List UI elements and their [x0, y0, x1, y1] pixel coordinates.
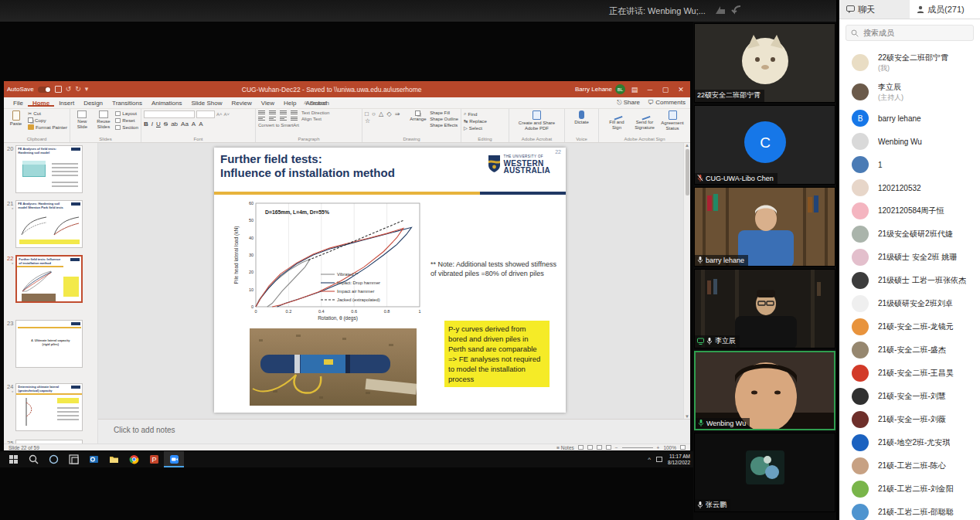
shape-effects-button[interactable]: Shape Effects: [430, 123, 458, 127]
reset-button[interactable]: Reset: [115, 117, 138, 123]
minimize-button[interactable]: ─: [644, 86, 656, 93]
paragraph-icons-row1[interactable]: Text Direction: [258, 110, 359, 115]
font-color-icon[interactable]: A: [192, 121, 196, 127]
shape-fill-button[interactable]: Shape Fill: [430, 110, 458, 115]
member-row[interactable]: 21硕-安全二班-龙镜元: [839, 315, 980, 338]
video-tile-2[interactable]: CCUG-UWA-Libo Chen: [694, 105, 835, 185]
zoom-out-icon[interactable]: −: [615, 445, 618, 450]
member-row[interactable]: 21级硕研安全2班刘卓: [839, 292, 980, 315]
ppt-tab-animations[interactable]: Animations: [147, 100, 187, 107]
video-tile-1[interactable]: 22硕安全二班邵宁霄: [694, 23, 835, 103]
chrome-icon[interactable]: [124, 451, 144, 467]
video-tile-6[interactable]: 张云鹏: [694, 433, 835, 512]
strikethrough-icon[interactable]: S: [164, 121, 168, 127]
ppt-tab-insert[interactable]: Insert: [54, 100, 79, 107]
member-row[interactable]: Bbarry lehane: [839, 107, 980, 130]
account-area[interactable]: Barry Lehane BL ▤ ─ ▢ ✕: [575, 84, 687, 94]
cortana-icon[interactable]: [43, 451, 63, 467]
align-text-button[interactable]: Align Text: [301, 117, 322, 121]
member-row[interactable]: 21级硕士 安全2班 姚珊: [839, 246, 980, 269]
slide-thumbnail-25[interactable]: [15, 440, 83, 444]
paste-button[interactable]: Paste: [6, 110, 26, 137]
member-row[interactable]: 21硕-工岩二班-刘金阳: [839, 478, 980, 501]
ppt-tab-file[interactable]: File: [9, 100, 28, 107]
font-size-combo[interactable]: [196, 110, 215, 118]
change-case-icon[interactable]: Aa: [181, 121, 189, 127]
underline-icon[interactable]: U: [156, 121, 161, 127]
save-icon[interactable]: [55, 86, 62, 93]
video-tile-4[interactable]: 李立辰: [694, 269, 835, 348]
create-share-pdf-button[interactable]: Create and Share Adobe PDF: [514, 110, 560, 137]
system-tray[interactable]: ^ 11:17 AM 8/12/2022: [648, 454, 690, 465]
start-icon[interactable]: [3, 451, 23, 467]
new-slide-button[interactable]: New Slide: [73, 110, 92, 137]
notes-toggle-button[interactable]: ≡ Notes: [556, 445, 574, 450]
normal-view-icon[interactable]: [578, 445, 584, 450]
grow-font-icon[interactable]: A˄: [216, 112, 223, 117]
font-name-combo[interactable]: [144, 110, 195, 118]
shrink-font-icon[interactable]: A˅: [224, 112, 230, 117]
file-explorer-icon[interactable]: [104, 451, 124, 467]
member-row[interactable]: 21硕-安全二班-盛杰: [839, 338, 980, 362]
replace-button[interactable]: ↹Replace: [464, 118, 487, 124]
member-row[interactable]: 21硕-地空2班-尤安琪: [839, 431, 980, 454]
text-direction-button[interactable]: Text Direction: [301, 110, 329, 115]
slide-thumbnail-23[interactable]: 4. Ultimate lateral capacity (rigid pile…: [15, 320, 83, 368]
slide-canvas[interactable]: Further field tests: Influence of instal…: [98, 143, 690, 419]
highlight-icon[interactable]: ab: [171, 121, 178, 127]
member-row[interactable]: 1202120584周子恒: [839, 199, 980, 223]
slide-scrollbar[interactable]: ▲ ▼: [683, 143, 690, 419]
reuse-slides-button[interactable]: Reuse Slides: [94, 110, 114, 137]
ppt-tab-transitions[interactable]: Transitions: [107, 100, 147, 107]
share-arrow-icon[interactable]: [713, 3, 728, 17]
char-spacing-icon[interactable]: A: [199, 121, 202, 127]
member-row[interactable]: 22硕安全二班邵宁霄(我): [839, 48, 980, 77]
share-button[interactable]: ⎋ Share: [617, 99, 640, 107]
member-row[interactable]: 21级安全硕研2班代婕: [839, 223, 980, 246]
undo-icon[interactable]: ↺: [66, 86, 72, 93]
copy-button[interactable]: Copy: [28, 117, 67, 123]
format-painter-button[interactable]: Format Painter: [28, 124, 67, 130]
redo-icon[interactable]: ↻: [75, 86, 81, 93]
member-row[interactable]: 1: [839, 153, 980, 176]
italic-icon[interactable]: I: [151, 121, 153, 127]
autosave-toggle[interactable]: [38, 87, 51, 93]
fill-sign-button[interactable]: Fill and Sign: [605, 110, 628, 137]
slide-thumbnail-20[interactable]: FE Analyses of field tests: Hardening so…: [15, 145, 83, 193]
slide-thumbnail-22-current[interactable]: Further field tests: Influence of instal…: [15, 255, 83, 303]
arrange-button[interactable]: Arrange: [408, 110, 427, 137]
send-signature-button[interactable]: Send for Signature: [633, 110, 656, 137]
zoom-slider[interactable]: [622, 447, 653, 448]
ppt-search[interactable]: ⌕ Search: [304, 99, 329, 107]
bold-icon[interactable]: B: [144, 121, 148, 127]
zoom-in-icon[interactable]: +: [657, 445, 660, 450]
find-button[interactable]: ⌕Find: [464, 110, 487, 117]
search-icon[interactable]: [23, 451, 43, 467]
member-row[interactable]: 李立辰(主持人): [839, 77, 980, 107]
slide-thumbnail-24[interactable]: Determining ultimate lateral (geotechnic…: [15, 383, 83, 431]
member-row[interactable]: 1202120532: [839, 176, 980, 199]
select-button[interactable]: ▷Select: [464, 125, 487, 131]
section-button[interactable]: Section: [115, 124, 138, 130]
slide-sorter-icon[interactable]: [587, 445, 593, 450]
ppt-tab-design[interactable]: Design: [79, 100, 107, 107]
member-row[interactable]: Wenbing Wu: [839, 130, 980, 153]
ppt-tab-help[interactable]: Help: [279, 100, 301, 107]
zoom-level[interactable]: 100%: [663, 445, 676, 450]
video-tile-3[interactable]: barry lehane: [694, 187, 835, 267]
taskbar-clock[interactable]: 11:17 AM 8/12/2022: [668, 454, 690, 465]
cut-button[interactable]: ✂Cut: [28, 110, 67, 116]
network-icon[interactable]: [656, 457, 662, 462]
font-style-buttons[interactable]: BIUSabAaAA: [144, 121, 253, 127]
fit-slide-icon[interactable]: [680, 445, 686, 450]
shape-outline-button[interactable]: Shape Outline: [430, 117, 458, 121]
ppt-tab-home[interactable]: Home: [28, 100, 54, 107]
layout-button[interactable]: Layout: [115, 110, 138, 116]
member-row[interactable]: 21硕-工岩二班-邵聪聪: [839, 501, 980, 520]
agreement-status-button[interactable]: Agreement Status: [661, 110, 684, 137]
ppt-tab-slide-show[interactable]: Slide Show: [186, 100, 226, 107]
slide-thumbnail-21[interactable]: FE Analyses: Hardening soil model Shento…: [15, 200, 83, 248]
dictate-button[interactable]: Dictate: [570, 110, 594, 137]
outlook-icon[interactable]: [83, 451, 104, 467]
tray-expand-icon[interactable]: ^: [648, 456, 651, 463]
